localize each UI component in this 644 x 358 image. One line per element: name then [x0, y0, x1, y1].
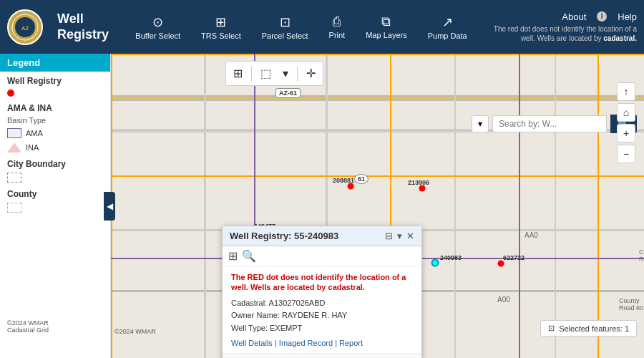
nav-parcel-select[interactable]: ⊡ Parcel Select	[253, 11, 317, 43]
road-horizontal-1-inner	[111, 97, 644, 100]
map-controls: ↑ ⌂ + −	[617, 82, 635, 163]
ina-shape-icon	[7, 142, 21, 153]
popup-close-button[interactable]: ✕	[406, 231, 414, 241]
highway-label-61: 61	[354, 174, 369, 184]
nav-trs-select[interactable]: ⊞ TRS Select	[192, 11, 250, 43]
parcel-select-icon: ⊡	[280, 14, 291, 30]
popup-title: Well Registry: 55-240983	[230, 231, 338, 241]
popup-body: The RED dot does not identify the locati…	[223, 266, 421, 353]
toolbar-divider-1	[251, 67, 252, 81]
legend-ama-label: AMA	[26, 129, 43, 137]
trs-select-icon: ⊞	[215, 14, 226, 30]
nav-buffer-select-label: Buffer Select	[135, 32, 180, 40]
header: AZ Well Registry ⊙ Buffer Select ⊞ TRS S…	[0, 0, 644, 54]
well-label-213906: 213906	[408, 179, 429, 186]
search-dropdown[interactable]: ▾	[472, 115, 489, 132]
legend-county-title: County	[0, 185, 110, 200]
home-button[interactable]: ⌂	[617, 103, 635, 122]
about-link[interactable]: About	[562, 11, 586, 22]
map-copyright-overlay: ©2024 WMAR	[114, 328, 156, 335]
cadastral-grid-label: Cadastral Grid	[7, 326, 49, 334]
help-link[interactable]: Help	[618, 11, 637, 22]
legend-basin-type-label: Basin Type	[0, 115, 110, 126]
print-icon: ⎙	[333, 14, 341, 29]
legend-city-boundary-title: City Boundary	[0, 155, 110, 170]
road-vertical-1	[204, 54, 206, 358]
well-popup: Well Registry: 55-240983 ⊟ ▾ ✕ ⊞ 🔍 The R…	[222, 226, 422, 358]
zoom-in-button[interactable]: +	[617, 124, 635, 142]
header-note: The red dot does not identify the locati…	[479, 24, 637, 43]
popup-dock-button[interactable]: ⊟	[385, 231, 393, 241]
legend-well-registry-item	[0, 87, 110, 99]
popup-grid-button[interactable]: ⊞	[228, 249, 238, 263]
selected-features-bar: ⊡ Selected features: 1	[540, 320, 637, 337]
road-vertical-3	[454, 54, 456, 358]
popup-zoom-button[interactable]: 🔍	[242, 249, 256, 263]
well-dot-240983[interactable]	[431, 259, 439, 267]
search-input[interactable]	[492, 115, 607, 132]
ama-shape-icon	[7, 128, 21, 138]
boundary-horizontal-1	[111, 54, 644, 55]
boundary-vertical-3	[597, 54, 599, 358]
popup-header: Well Registry: 55-240983 ⊟ ▾ ✕	[223, 226, 421, 246]
popup-chevron-button[interactable]: ▾	[397, 231, 402, 241]
imaged-record-link[interactable]: Imaged Record	[279, 339, 333, 347]
nav-print[interactable]: ⎙ Print	[321, 11, 354, 43]
map-area[interactable]: AZ-61 61 180 61 AB0 AA0 A00 AD0 AC0 BC0 …	[111, 54, 644, 358]
main-nav: ⊙ Buffer Select ⊞ TRS Select ⊡ Parcel Se…	[123, 11, 479, 43]
selected-features-text: Selected features: 1	[559, 324, 629, 333]
map-label-county-rd: County Rd.	[639, 248, 644, 263]
legend-county-item	[0, 200, 110, 215]
well-label-208881: 208881	[333, 177, 354, 184]
map-label-county-road-60: County Road 60	[619, 297, 644, 311]
popup-toolbar: ⊞ 🔍	[223, 246, 421, 266]
select-button[interactable]: ⬚	[256, 64, 275, 82]
main-area: Legend Well Registry AMA & INA Basin Typ…	[0, 54, 644, 358]
nav-map-layers-label: Map Layers	[366, 31, 406, 39]
road-vertical-4	[555, 54, 556, 358]
search-bar: ▾ 🔍	[472, 115, 637, 133]
well-registry-dot-icon	[7, 90, 14, 97]
popup-links: Well Details | Imaged Record | Report	[231, 339, 413, 347]
nav-map-layers[interactable]: ⧉ Map Layers	[357, 11, 415, 43]
compass-button[interactable]: ↑	[617, 82, 635, 101]
map-label-aa0: AA0	[525, 231, 538, 239]
nav-parcel-select-label: Parcel Select	[262, 32, 308, 40]
zoom-out-button[interactable]: −	[617, 145, 635, 163]
well-label-622722: 622722	[503, 254, 525, 261]
about-info-icon[interactable]: i	[597, 11, 607, 21]
nav-pump-data-label: Pump Data	[428, 32, 467, 40]
report-link[interactable]: Report	[339, 339, 363, 347]
boundary-horizontal-2	[111, 175, 644, 177]
legend-city-boundary-item	[0, 170, 110, 185]
nav-trs-select-label: TRS Select	[201, 32, 241, 40]
pump-data-icon: ↗	[442, 14, 453, 30]
sidebar-legend: Legend Well Registry AMA & INA Basin Typ…	[0, 54, 111, 358]
well-label-240983: 240983	[440, 254, 462, 261]
map-copyright: ©2024 WMAR Cadastral Grid	[0, 316, 56, 337]
highway-label-az61: AZ-61	[275, 88, 301, 98]
popup-footer: ◀ ▶ ⊞ 1 of 4	[223, 353, 421, 358]
select-dropdown-button[interactable]: ▾	[278, 64, 293, 82]
legend-ama-ina-title: AMA & INA	[0, 99, 110, 115]
header-right: About i Help The red dot does not identi…	[479, 11, 637, 43]
sidebar-collapse-button[interactable]: ◀	[104, 192, 115, 221]
about-help-links: About i Help	[562, 11, 637, 22]
map-layers-icon: ⧉	[381, 14, 391, 29]
overview-map-button[interactable]: ⊞	[229, 64, 247, 82]
legend-ina-label: INA	[26, 143, 39, 152]
buffer-select-icon: ⊙	[152, 14, 163, 30]
nav-buffer-select[interactable]: ⊙ Buffer Select	[127, 11, 189, 43]
popup-header-buttons: ⊟ ▾ ✕	[385, 231, 414, 241]
well-details-link[interactable]: Well Details	[231, 339, 273, 347]
toolbar-divider-2	[297, 67, 298, 81]
legend-title: Legend	[7, 57, 40, 68]
legend-well-registry-title: Well Registry	[0, 72, 110, 87]
selected-features-icon: ⊡	[548, 324, 555, 333]
legend-ina-item: INA	[0, 140, 110, 155]
measure-button[interactable]: ✛	[302, 64, 320, 82]
app-title: Well Registry	[57, 11, 109, 42]
map-label-a00: A00	[497, 296, 510, 304]
popup-warning-text: The RED dot does not identify the locati…	[231, 272, 413, 293]
nav-pump-data[interactable]: ↗ Pump Data	[419, 11, 476, 43]
